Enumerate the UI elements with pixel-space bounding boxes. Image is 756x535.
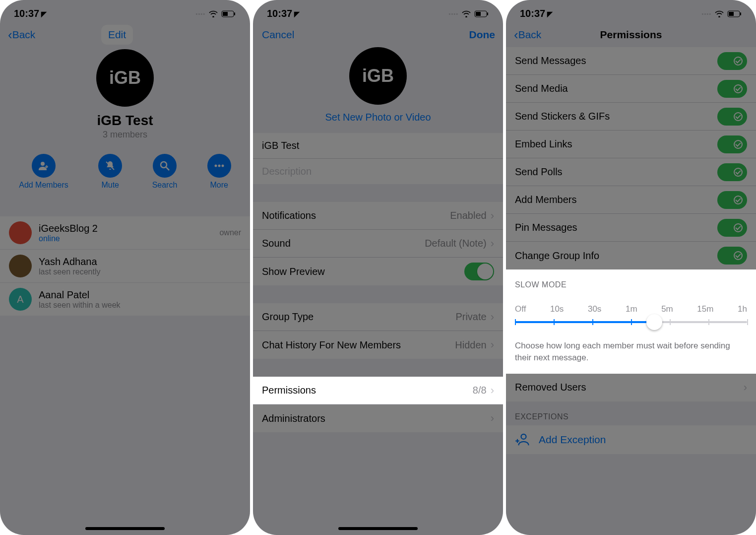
permission-label: Send Media: [515, 83, 568, 94]
svg-rect-13: [487, 12, 488, 15]
member-row[interactable]: Yash Adhanalast seen recently: [0, 250, 250, 283]
chevron-right-icon: ›: [491, 412, 494, 425]
home-indicator[interactable]: [85, 527, 165, 530]
add-exception-button[interactable]: Add Exception: [506, 425, 756, 454]
action-row: Add Members Mute Search More: [0, 149, 250, 199]
perm-list: Send MessagesSend MediaSend Stickers & G…: [506, 47, 756, 269]
member-row[interactable]: AAanal Patellast seen within a week: [0, 283, 250, 316]
battery-icon: [221, 10, 236, 17]
add-members-button[interactable]: Add Members: [19, 154, 68, 190]
permission-toggle[interactable]: [717, 108, 747, 126]
permission-row[interactable]: Send Stickers & GIFs: [506, 103, 756, 131]
permissions-row[interactable]: Permissions 8/8 ›: [253, 377, 503, 404]
set-photo-button[interactable]: Set New Photo or Video: [253, 105, 503, 133]
permission-toggle[interactable]: [717, 191, 747, 209]
mute-icon: [98, 154, 122, 178]
slowmode-tick-label: 15m: [697, 304, 713, 314]
status-icons: ••••: [196, 10, 236, 17]
svg-point-10: [221, 165, 224, 167]
exceptions-section: Add Exception: [506, 425, 756, 454]
member-row[interactable]: iGeeksBlog 2onlineowner: [0, 216, 250, 250]
permission-label: Send Messages: [515, 55, 586, 67]
member-name: Aanal Patel: [39, 289, 121, 301]
group-avatar[interactable]: iGB: [96, 49, 154, 107]
chevron-right-icon: ›: [491, 237, 494, 250]
slider-knob[interactable]: [646, 314, 662, 330]
permission-toggle[interactable]: [717, 52, 747, 70]
svg-point-3: [41, 162, 45, 166]
chevron-right-icon: ›: [491, 384, 494, 397]
cellular-icon: ••••: [196, 11, 205, 17]
members-list: iGeeksBlog 2onlineownerYash Adhanalast s…: [0, 216, 250, 316]
permission-row[interactable]: Send Polls: [506, 158, 756, 186]
back-button[interactable]: ‹ Back: [8, 27, 35, 43]
permission-toggle[interactable]: [717, 80, 747, 98]
show-preview-row[interactable]: Show Preview: [253, 258, 503, 285]
nav-bar: ‹ Back Edit: [0, 22, 250, 47]
location-icon: ◤: [294, 10, 300, 18]
svg-point-8: [214, 165, 217, 167]
chevron-left-icon: ‹: [8, 27, 12, 43]
slowmode-tick-label: 30s: [588, 304, 601, 314]
slowmode-tick-label: 1h: [738, 304, 747, 314]
svg-rect-15: [729, 12, 734, 16]
svg-rect-1: [223, 12, 228, 16]
sound-row[interactable]: Sound Default (Note) ›: [253, 230, 503, 258]
permission-toggle[interactable]: [717, 247, 747, 265]
cellular-icon: ••••: [449, 11, 458, 17]
cellular-icon: ••••: [702, 11, 711, 17]
svg-rect-16: [740, 12, 741, 15]
edit-button[interactable]: Edit: [101, 25, 133, 45]
mute-button[interactable]: Mute: [98, 154, 122, 190]
chevron-right-icon: ›: [744, 381, 747, 394]
svg-point-9: [218, 165, 220, 167]
slowmode-tick-label: 10s: [550, 304, 564, 314]
slowmode-tick-label: 1m: [626, 304, 637, 314]
description-field[interactable]: Description: [253, 159, 503, 184]
member-avatar: [9, 255, 32, 277]
status-time: 10:37◤: [520, 8, 553, 19]
wifi-icon: [714, 10, 724, 17]
permission-row[interactable]: Change Group Info: [506, 242, 756, 269]
permission-toggle[interactable]: [717, 135, 747, 153]
name-desc-section: iGB Test Description: [253, 133, 503, 184]
screen-group-info: 10:37◤ •••• ‹ Back Edit iGB iGB Test 3 m…: [0, 0, 250, 535]
slowmode-slider[interactable]: Off10s30s1m5m15m1h: [506, 301, 756, 335]
permission-row[interactable]: Send Messages: [506, 47, 756, 75]
more-button[interactable]: More: [207, 154, 231, 190]
permission-label: Change Group Info: [515, 250, 599, 262]
notifications-row[interactable]: Notifications Enabled ›: [253, 202, 503, 230]
group-type-row[interactable]: Group Type Private ›: [253, 303, 503, 331]
administrators-row[interactable]: Administrators ›: [253, 404, 503, 432]
group-name-field[interactable]: iGB Test: [253, 133, 503, 159]
permission-row[interactable]: Embed Links: [506, 131, 756, 158]
svg-point-6: [161, 162, 167, 168]
group-title: iGB Test: [0, 113, 250, 129]
add-members-icon: [32, 154, 56, 178]
slider-fill: [515, 321, 654, 323]
add-person-icon: [515, 432, 530, 447]
permission-row[interactable]: Pin Messages: [506, 214, 756, 242]
show-preview-toggle[interactable]: [464, 263, 494, 280]
type-section: Group Type Private › Chat History For Ne…: [253, 303, 503, 359]
svg-rect-12: [476, 12, 481, 16]
permission-row[interactable]: Send Media: [506, 75, 756, 103]
group-avatar-edit[interactable]: iGB: [349, 47, 407, 105]
back-button[interactable]: ‹ Back: [514, 27, 541, 43]
removed-users-row[interactable]: Removed Users ›: [506, 374, 756, 401]
permission-row[interactable]: Add Members: [506, 186, 756, 214]
done-button[interactable]: Done: [469, 29, 496, 41]
group-profile: iGB iGB Test 3 members: [0, 47, 250, 149]
member-status: last seen within a week: [39, 301, 121, 310]
search-button[interactable]: Search: [152, 154, 178, 190]
permission-toggle[interactable]: [717, 163, 747, 181]
slider-track[interactable]: [515, 321, 747, 323]
screen-permissions: 10:37◤ •••• ‹ Back Permissions Send Mess…: [506, 0, 756, 535]
home-indicator[interactable]: [338, 527, 418, 530]
chat-history-row[interactable]: Chat History For New Members Hidden ›: [253, 331, 503, 359]
cancel-button[interactable]: Cancel: [262, 29, 294, 41]
removed-section: Removed Users ›: [506, 374, 756, 401]
member-status: last seen recently: [39, 268, 101, 276]
permission-toggle[interactable]: [717, 219, 747, 237]
permission-label: Pin Messages: [515, 222, 577, 233]
